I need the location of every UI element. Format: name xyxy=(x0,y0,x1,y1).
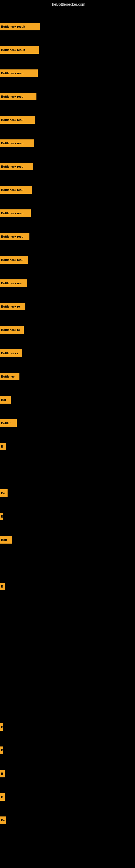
bottleneck-bar-label: Bottlenec xyxy=(1,375,14,378)
bottleneck-bar-label: Bottleneck result xyxy=(1,25,25,28)
bottleneck-bar: Bottleneck resu xyxy=(0,186,32,194)
bottleneck-bar: Bo xyxy=(0,489,8,497)
bottleneck-bar: Bottleneck resu xyxy=(0,209,31,217)
bottleneck-bar-label: B xyxy=(1,725,3,728)
bottleneck-bar-label: B xyxy=(1,795,3,799)
bottleneck-bar: Bott xyxy=(0,536,12,544)
bottleneck-bar-label: Bottleneck resu xyxy=(1,72,24,75)
bottleneck-bar: Bottleneck resu xyxy=(0,140,34,147)
bottleneck-bar: Bottleneck res xyxy=(0,279,27,287)
bottleneck-bar: Bottleneck resu xyxy=(0,163,33,170)
bottleneck-bar-label: Bottleneck result xyxy=(1,48,25,52)
bottleneck-bar: Bottleneck resu xyxy=(0,69,38,77)
bottleneck-bar: Bottleneck result xyxy=(0,23,40,30)
bottleneck-bar-label: Bottleneck r xyxy=(1,351,18,355)
bottleneck-bar-label: B xyxy=(1,515,3,518)
bottleneck-bar: Bottleneck re xyxy=(0,326,24,334)
bottleneck-bar-label: Bottleneck resu xyxy=(1,165,24,168)
bottleneck-bar: B xyxy=(0,746,3,754)
bottleneck-bar-label: Bottleneck resu xyxy=(1,118,24,122)
bottleneck-bar: B xyxy=(0,793,5,801)
bottleneck-bar: B xyxy=(0,723,3,731)
bottleneck-bar-label: Bot xyxy=(1,398,6,401)
bottleneck-bar-label: Bo xyxy=(1,492,5,495)
bottleneck-bar-label: Bottlen xyxy=(1,422,11,425)
bottleneck-bar: Bottleneck resu xyxy=(0,256,28,264)
bottleneck-bar: Bottleneck result xyxy=(0,46,39,54)
bottleneck-bar-label: Bottleneck resu xyxy=(1,142,24,145)
bottleneck-bar-label: Bottleneck re xyxy=(1,305,20,308)
bottleneck-bar: Bottleneck re xyxy=(0,303,26,310)
bottleneck-bar: B xyxy=(0,443,6,450)
bottleneck-bar: Bottlenec xyxy=(0,373,19,380)
bottleneck-bar: Bot xyxy=(0,396,11,404)
bottleneck-bar-label: Bott xyxy=(1,538,7,541)
bottleneck-bar-label: Bottleneck resu xyxy=(1,188,24,191)
bottleneck-bar-label: B xyxy=(1,585,3,588)
bottleneck-bar: Bottleneck resu xyxy=(0,93,37,100)
bottleneck-bar: Bottleneck r xyxy=(0,349,22,357)
bottleneck-bar-label: Bottleneck re xyxy=(1,328,20,332)
bottleneck-bar-label: Bottleneck res xyxy=(1,282,21,285)
bottleneck-bar: Bottleneck resu xyxy=(0,116,35,124)
bottleneck-bar-label: Bottleneck resu xyxy=(1,95,24,98)
bottleneck-bar-label: B xyxy=(1,772,3,775)
bottleneck-bar: B xyxy=(0,770,5,777)
bottleneck-bar: Bottlen xyxy=(0,420,17,427)
bottleneck-bar-label: Bottleneck resu xyxy=(1,258,24,261)
bottleneck-bar-label: B xyxy=(1,445,3,448)
bottleneck-bar: Bo xyxy=(0,816,6,824)
bottleneck-bar: Bottleneck resu xyxy=(0,233,30,240)
bottleneck-bar: B xyxy=(0,583,5,590)
bottleneck-bar-label: Bottleneck resu xyxy=(1,235,24,238)
site-title: TheBottlenecker.com xyxy=(0,0,135,8)
bottleneck-bar-label: Bo xyxy=(1,818,5,822)
bottleneck-bar-label: Bottleneck resu xyxy=(1,212,24,215)
bottleneck-bar: B xyxy=(0,513,3,520)
bottleneck-bar-label: B xyxy=(1,749,3,752)
